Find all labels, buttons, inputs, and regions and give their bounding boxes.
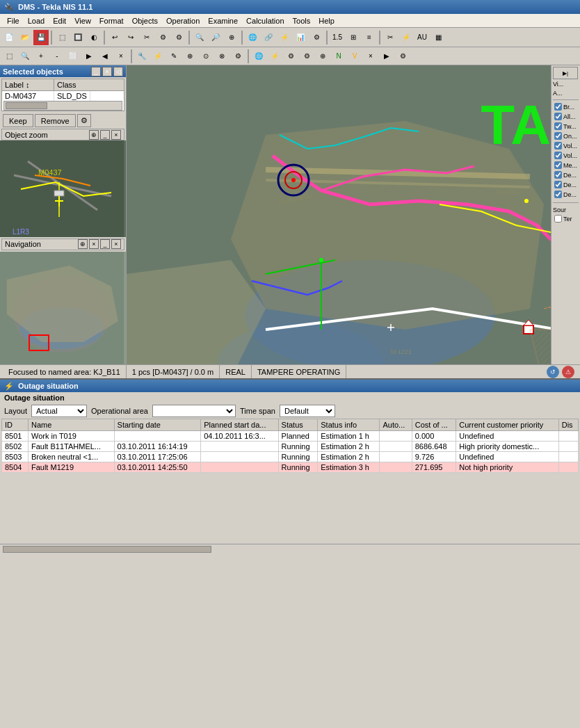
outage-table-container[interactable]: ID Name Starting date Planned start da..…	[1, 419, 579, 544]
menu-help[interactable]: Help	[314, 15, 339, 26]
rs-check-1[interactable]	[554, 113, 562, 120]
nav-btn2[interactable]: ×	[89, 239, 99, 249]
btn-t15[interactable]: 📊	[293, 30, 308, 45]
btn-t16[interactable]: ⚙	[309, 30, 324, 45]
menu-examine[interactable]: Examine	[204, 15, 242, 26]
open-btn[interactable]: 📂	[17, 30, 33, 45]
tb2-1[interactable]: ⬚	[1, 49, 17, 64]
tb2-16[interactable]: 🌐	[251, 49, 266, 64]
rs-check-9[interactable]	[554, 191, 562, 198]
rs-check-0[interactable]	[554, 103, 562, 111]
refresh-button2[interactable]: ⚠	[562, 366, 574, 378]
tb2-17[interactable]: ⚡	[267, 49, 282, 64]
menu-tools[interactable]: Tools	[289, 15, 315, 26]
tb2-18[interactable]: ⚙	[283, 49, 298, 64]
th-status[interactable]: Status	[278, 419, 318, 431]
objects-scrollbar[interactable]	[3, 101, 122, 111]
menu-edit[interactable]: Edit	[49, 15, 70, 26]
remove-button[interactable]: Remove	[35, 114, 76, 127]
col-label[interactable]: Label ↕	[2, 79, 54, 90]
so-pin[interactable]: ◁	[113, 67, 123, 76]
rs-check-5[interactable]	[554, 152, 562, 159]
btn-t19[interactable]: ≡	[362, 30, 377, 45]
table-row[interactable]: 8502 Fault B11TAHMEL... 03.10.2011 16:14…	[2, 442, 579, 452]
refresh-button[interactable]: ↺	[547, 366, 559, 378]
btn-t13[interactable]: 🔗	[261, 30, 276, 45]
th-planned[interactable]: Planned start da...	[201, 419, 278, 431]
tb2-8[interactable]: ×	[113, 49, 129, 64]
tb2-6[interactable]: ▶	[81, 49, 97, 64]
btn-t9[interactable]: 🔍	[192, 30, 207, 45]
btn-t2[interactable]: 🔲	[70, 30, 86, 45]
btn-t6[interactable]: ✂	[139, 30, 154, 45]
so-minimize[interactable]: _	[91, 67, 101, 76]
btn-t4[interactable]: ↩	[107, 30, 122, 45]
tb2-21[interactable]: N	[331, 49, 346, 64]
tb2-13[interactable]: ⊙	[198, 49, 214, 64]
map-cursor[interactable]	[387, 324, 394, 331]
tb2-19[interactable]: ⚙	[299, 49, 314, 64]
tb2-11[interactable]: ✎	[166, 49, 182, 64]
tb2-22[interactable]: V	[347, 49, 362, 64]
save-btn[interactable]: 💾	[33, 30, 49, 45]
th-auto[interactable]: Auto...	[380, 419, 412, 431]
btn-t8[interactable]: ⚙	[171, 30, 186, 45]
btn-t22[interactable]: AU	[414, 30, 430, 45]
btn-t20[interactable]: ✂	[382, 30, 398, 45]
table-row[interactable]: 8503 Broken neutral <1... 03.10.2011 17:…	[2, 452, 579, 462]
th-cost[interactable]: Cost of ...	[412, 419, 456, 431]
rs-btn1[interactable]: ▶|	[553, 67, 578, 79]
btn-t23[interactable]: ▦	[430, 30, 446, 45]
th-priority[interactable]: Current customer priority	[456, 419, 558, 431]
menu-file[interactable]: File	[3, 15, 24, 26]
tb2-15[interactable]: ⚙	[230, 49, 245, 64]
tb2-2[interactable]: 🔍	[17, 49, 33, 64]
th-starting[interactable]: Starting date	[114, 419, 201, 431]
th-id[interactable]: ID	[2, 419, 29, 431]
btn-t3[interactable]: ◐	[86, 30, 102, 45]
btn-t17[interactable]: 1.5	[330, 30, 345, 45]
btn-t18[interactable]: ⊞	[346, 30, 361, 45]
menu-objects[interactable]: Objects	[128, 15, 162, 26]
nav-close[interactable]: ×	[111, 239, 121, 249]
btn-t10[interactable]: 🔎	[208, 30, 223, 45]
bottom-scrollbar[interactable]	[0, 544, 580, 553]
btn-t12[interactable]: 🌐	[245, 30, 260, 45]
rs-check-4[interactable]	[554, 142, 562, 149]
layout-select[interactable]: Actual	[31, 405, 87, 417]
tb2-9[interactable]: 🔧	[134, 49, 150, 64]
rs-check-7[interactable]	[554, 171, 562, 179]
rs-check-6[interactable]	[554, 161, 562, 169]
btn-t14[interactable]: ⚡	[277, 30, 292, 45]
menu-calculation[interactable]: Calculation	[242, 15, 288, 26]
btn-t7[interactable]: ⚙	[155, 30, 170, 45]
tb2-3[interactable]: +	[33, 49, 49, 64]
area-select[interactable]	[152, 405, 236, 417]
btn-t5[interactable]: ↪	[123, 30, 138, 45]
keep-button[interactable]: Keep	[3, 114, 33, 127]
map-area[interactable]: TAMMINRAA M 1221 110/20kV VSL VESILINNA …	[127, 65, 551, 364]
time-select[interactable]: Default	[280, 405, 335, 417]
objects-table-row[interactable]: D-M0437 SLD_DS	[2, 91, 124, 101]
zoom-btn1[interactable]: ⊕	[89, 130, 99, 140]
tb2-10[interactable]: ⚡	[150, 49, 166, 64]
zoom-minimize[interactable]: _	[100, 130, 110, 140]
tb2-20[interactable]: ⊕	[315, 49, 330, 64]
tb2-23[interactable]: ×	[363, 49, 378, 64]
tb2-24[interactable]: ▶	[379, 49, 394, 64]
rs-check-8[interactable]	[554, 181, 562, 188]
menu-view[interactable]: View	[70, 15, 95, 26]
th-statusinfo[interactable]: Status info	[318, 419, 380, 431]
new-btn[interactable]: 📄	[1, 30, 17, 45]
settings-button[interactable]: ⚙	[77, 114, 91, 127]
tb2-4[interactable]: -	[49, 49, 65, 64]
btn-t1[interactable]: ⬚	[54, 30, 70, 45]
tb2-7[interactable]: ◀	[97, 49, 113, 64]
th-dis[interactable]: Dis	[558, 419, 578, 431]
tb2-14[interactable]: ⊗	[214, 49, 229, 64]
rs-ter-check[interactable]	[554, 215, 562, 223]
nav-canvas[interactable]	[0, 252, 126, 364]
menu-format[interactable]: Format	[95, 15, 128, 26]
nav-btn1[interactable]: ⊕	[78, 239, 88, 249]
menu-operation[interactable]: Operation	[162, 15, 204, 26]
